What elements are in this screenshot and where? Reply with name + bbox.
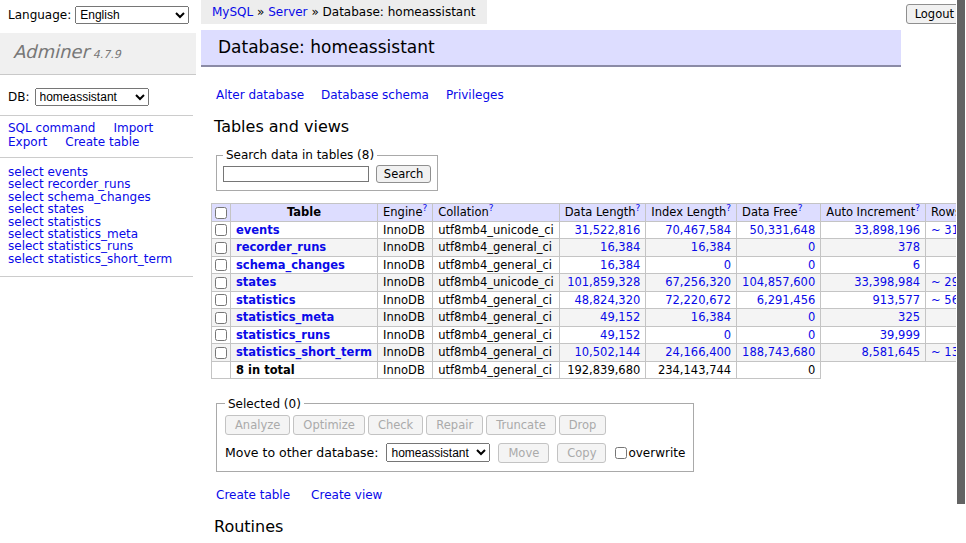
scrollbar-thumb[interactable] [957, 0, 965, 504]
table-select-link[interactable]: select statistics_short_term [8, 252, 172, 266]
link-create-table[interactable]: Create table [216, 488, 290, 502]
help-link[interactable]: ? [422, 203, 427, 213]
cell-auto-increment-link[interactable]: 39,999 [826, 328, 920, 342]
cell-index-length-link[interactable]: 72,220,672 [651, 293, 731, 307]
table-link[interactable]: statistics_short_term [236, 345, 372, 359]
cell-data-free-link[interactable]: 6,291,456 [742, 293, 815, 307]
tables-footer-links: Create tableCreate view [216, 488, 956, 502]
table-link[interactable]: statistics [236, 293, 296, 307]
cell-auto-increment-link[interactable]: 325 [826, 310, 920, 324]
check-button[interactable]: Check [368, 415, 423, 435]
cell-auto-increment: 325 [821, 309, 926, 327]
row-checkbox[interactable] [215, 277, 227, 289]
table-row: statistics_short_termInnoDButf8mb4_gener… [212, 344, 966, 362]
sidebar-link-create-table[interactable]: Create table [65, 135, 139, 149]
cell-collation: utf8mb4_general_ci [433, 344, 560, 362]
cell-index-length-link[interactable]: 0 [651, 328, 731, 342]
cell-index-length-link[interactable]: 67,256,320 [651, 275, 731, 289]
row-checkbox[interactable] [215, 312, 227, 324]
table-link[interactable]: statistics_meta [236, 310, 334, 324]
help-link[interactable]: ? [798, 203, 803, 213]
sidebar-action-row: ExportCreate table [8, 136, 193, 149]
cell-data-free-link[interactable]: 0 [742, 240, 815, 254]
search-button[interactable]: Search [376, 165, 432, 183]
table-link[interactable]: states [236, 275, 276, 289]
cell-data-length-link[interactable]: 10,502,144 [565, 345, 641, 359]
language-select[interactable]: English [75, 6, 189, 24]
cell-table-name: statistics_meta [231, 309, 378, 327]
search-input[interactable] [223, 166, 369, 182]
cell-engine: InnoDB [378, 221, 433, 239]
cell-data-free-link[interactable]: 0 [742, 258, 815, 272]
sidebar-link-sql-command[interactable]: SQL command [8, 121, 95, 135]
logout-button[interactable]: Logout [906, 4, 963, 24]
move-button[interactable]: Move [498, 443, 549, 463]
optimize-button[interactable]: Optimize [293, 415, 365, 435]
row-checkbox[interactable] [215, 329, 227, 341]
row-checkbox[interactable] [215, 224, 227, 236]
cell-data-free-link[interactable]: 188,743,680 [742, 345, 815, 359]
help-link[interactable]: ? [636, 203, 641, 213]
cell-index-length-link[interactable]: 0 [651, 258, 731, 272]
help-link[interactable]: ? [915, 203, 920, 213]
logout-area: Logout [906, 4, 963, 24]
sidebar-link-import[interactable]: Import [113, 121, 153, 135]
cell-data-free-link[interactable]: 0 [742, 328, 815, 342]
cell-auto-increment: 6 [821, 256, 926, 274]
column-header-data-free: Data Free? [737, 204, 821, 222]
cell-data-length-link[interactable]: 49,152 [565, 310, 641, 324]
cell-auto-increment: 8,581,645 [821, 344, 926, 362]
analyze-button[interactable]: Analyze [225, 415, 290, 435]
cell-auto-increment: 39,999 [821, 326, 926, 344]
copy-button[interactable]: Copy [557, 443, 606, 463]
help-link[interactable]: ? [489, 203, 494, 213]
cell-data-free-link[interactable]: 104,857,600 [742, 275, 815, 289]
cell-auto-increment-link[interactable]: 33,398,984 [826, 275, 920, 289]
move-database-select[interactable]: homeassistant [386, 443, 490, 462]
select-all-checkbox[interactable] [215, 207, 227, 219]
cell-index-length-link[interactable]: 16,384 [651, 310, 731, 324]
overwrite-checkbox[interactable] [615, 447, 627, 459]
row-checkbox[interactable] [215, 259, 227, 271]
breadcrumb-mysql-link[interactable]: MySQL [212, 5, 253, 19]
sidebar-link-export[interactable]: Export [8, 135, 47, 149]
cell-index-length-link[interactable]: 70,467,584 [651, 223, 731, 237]
row-checkbox[interactable] [215, 242, 227, 254]
table-link[interactable]: statistics_runs [236, 328, 330, 342]
cell-index-length-link[interactable]: 16,384 [651, 240, 731, 254]
db-select[interactable]: homeassistant [35, 88, 149, 106]
cell-data-length-link[interactable]: 49,152 [565, 328, 641, 342]
repair-button[interactable]: Repair [426, 415, 483, 435]
cell-data-length-link[interactable]: 48,824,320 [565, 293, 641, 307]
drop-button[interactable]: Drop [559, 415, 607, 435]
cell-data-length-link[interactable]: 16,384 [565, 240, 641, 254]
row-checkbox[interactable] [215, 347, 227, 359]
row-checkbox-cell [212, 239, 231, 257]
cell-auto-increment-link[interactable]: 8,581,645 [826, 345, 920, 359]
cell-data-length-link[interactable]: 31,522,816 [565, 223, 641, 237]
link-create-view[interactable]: Create view [311, 488, 382, 502]
action-link-privileges[interactable]: Privileges [446, 88, 504, 102]
cell-data-free-link[interactable]: 0 [742, 310, 815, 324]
action-link-alter-database[interactable]: Alter database [216, 88, 304, 102]
cell-auto-increment-link[interactable]: 33,898,196 [826, 223, 920, 237]
table-link[interactable]: recorder_runs [236, 240, 326, 254]
table-link[interactable]: schema_changes [236, 258, 345, 272]
cell-data-length-link[interactable]: 16,384 [565, 258, 641, 272]
app-title: Adminer4.7.9 [0, 33, 196, 75]
help-link[interactable]: ? [726, 203, 731, 213]
cell-auto-increment-link[interactable]: 6 [826, 258, 920, 272]
cell-index-length: 67,256,320 [646, 274, 737, 292]
action-link-database-schema[interactable]: Database schema [321, 88, 429, 102]
cell-data-free-link[interactable]: 50,331,648 [742, 223, 815, 237]
table-link[interactable]: events [236, 223, 280, 237]
cell-auto-increment-link[interactable]: 913,577 [826, 293, 920, 307]
truncate-button[interactable]: Truncate [486, 415, 556, 435]
cell-auto-increment-link[interactable]: 378 [826, 240, 920, 254]
breadcrumb-server-link[interactable]: Server [268, 5, 307, 19]
db-row: DB:homeassistant [8, 88, 196, 106]
vertical-scrollbar[interactable] [956, 0, 966, 543]
row-checkbox[interactable] [215, 294, 227, 306]
cell-index-length-link[interactable]: 24,166,400 [651, 345, 731, 359]
cell-data-length-link[interactable]: 101,859,328 [565, 275, 641, 289]
